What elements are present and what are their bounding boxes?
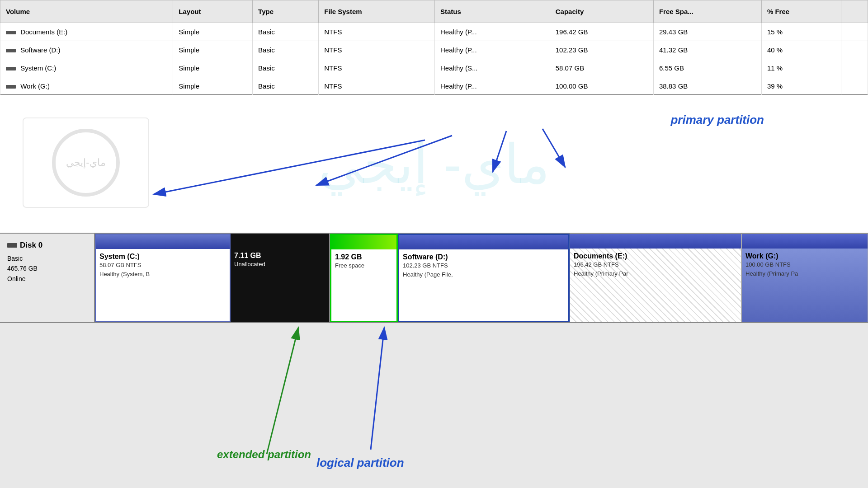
- volume-table: Volume Layout Type File System Status Ca…: [0, 0, 868, 95]
- partition-free-body: 1.92 GB Free space: [331, 249, 396, 321]
- watermark-box: ماي-إيجي: [23, 117, 149, 208]
- partition-unalloc-header: [231, 234, 329, 248]
- col-type[interactable]: Type: [253, 0, 319, 23]
- table-row[interactable]: Documents (E:) Simple Basic NTFS Healthy…: [0, 23, 868, 41]
- bottom-arrows-svg: [0, 323, 868, 488]
- partitions-container: System (C:) 58.07 GB NTFS Healthy (Syste…: [95, 234, 868, 322]
- partition-documents[interactable]: Documents (E:) 196.42 GB NTFS Healthy (P…: [570, 234, 741, 322]
- cell-type: Basic: [253, 77, 319, 95]
- cell-extra: [841, 23, 868, 41]
- cell-extra: [841, 59, 868, 77]
- partition-software-body: Software (D:) 102.23 GB NTFS Healthy (Pa…: [399, 249, 568, 321]
- extended-partition-label: extended partition: [217, 448, 311, 461]
- volume-table-section: Volume Layout Type File System Status Ca…: [0, 0, 868, 95]
- col-percentfree[interactable]: % Free: [761, 0, 841, 23]
- svg-line-8: [371, 328, 384, 450]
- cell-filesystem: NTFS: [319, 23, 435, 41]
- svg-line-2: [316, 136, 452, 185]
- partition-software-size: 102.23 GB NTFS: [403, 261, 565, 270]
- cell-status: Healthy (P...: [435, 23, 550, 41]
- cell-capacity: 196.42 GB: [550, 23, 653, 41]
- cell-layout: Simple: [173, 41, 253, 59]
- partition-free-header: [331, 235, 396, 249]
- disk-row: Disk 0 Basic 465.76 GB Online System (C:…: [0, 233, 868, 323]
- partition-unallocated[interactable]: 7.11 GB Unallocated: [231, 234, 330, 322]
- cell-extra: [841, 77, 868, 95]
- cell-capacity: 100.00 GB: [550, 77, 653, 95]
- cell-layout: Simple: [173, 23, 253, 41]
- bottom-section: Disk 0 Basic 465.76 GB Online System (C:…: [0, 233, 868, 488]
- disk-icon: [7, 243, 17, 248]
- disk-type: Basic: [7, 253, 87, 263]
- partition-software[interactable]: Software (D:) 102.23 GB NTFS Healthy (Pa…: [398, 234, 570, 322]
- svg-line-7: [267, 328, 298, 454]
- partition-free-size: 1.92 GB: [335, 253, 393, 261]
- partition-system-header: [96, 235, 230, 249]
- col-layout[interactable]: Layout: [173, 0, 253, 23]
- partition-software-status: Healthy (Page File,: [403, 270, 565, 279]
- col-capacity[interactable]: Capacity: [550, 0, 653, 23]
- partition-documents-name: Documents (E:): [574, 252, 737, 260]
- cell-type: Basic: [253, 59, 319, 77]
- partition-free-status: Free space: [335, 261, 393, 270]
- disk-label: Disk 0: [7, 241, 87, 250]
- annotation-section: extended partition logical partition: [0, 323, 868, 488]
- partition-system[interactable]: System (C:) 58.07 GB NTFS Healthy (Syste…: [95, 234, 231, 322]
- partition-work[interactable]: Work (G:) 100.00 GB NTFS Healthy (Primar…: [741, 234, 868, 322]
- partition-software-header: [399, 235, 568, 249]
- partition-work-header: [742, 234, 868, 249]
- table-row[interactable]: Work (G:) Simple Basic NTFS Healthy (P..…: [0, 77, 868, 95]
- cell-freespace: 38.83 GB: [653, 77, 761, 95]
- col-volume[interactable]: Volume: [0, 0, 173, 23]
- disk-details: Basic 465.76 GB Online: [7, 253, 87, 284]
- disk-status: Online: [7, 274, 87, 284]
- cell-percentfree: 40 %: [761, 41, 841, 59]
- col-extra: [841, 0, 868, 23]
- partition-software-name: Software (D:): [403, 253, 565, 261]
- cell-extra: [841, 41, 868, 59]
- disk-size: 465.76 GB: [7, 263, 87, 273]
- cell-status: Healthy (P...: [435, 41, 550, 59]
- cell-freespace: 6.55 GB: [653, 59, 761, 77]
- partition-free[interactable]: 1.92 GB Free space: [330, 234, 398, 322]
- svg-line-1: [542, 129, 565, 167]
- partition-system-name: System (C:): [99, 253, 226, 261]
- svg-line-0: [493, 131, 506, 172]
- cell-volume: Documents (E:): [0, 23, 173, 41]
- col-freespace[interactable]: Free Spa...: [653, 0, 761, 23]
- cell-status: Healthy (S...: [435, 59, 550, 77]
- bg-watermark: ماي- إيجي: [318, 132, 549, 195]
- cell-layout: Simple: [173, 77, 253, 95]
- col-filesystem[interactable]: File System: [319, 0, 435, 23]
- partition-work-size: 100.00 GB NTFS: [745, 260, 864, 269]
- cell-freespace: 41.32 GB: [653, 41, 761, 59]
- col-status[interactable]: Status: [435, 0, 550, 23]
- cell-filesystem: NTFS: [319, 59, 435, 77]
- partition-documents-header: [570, 234, 741, 249]
- cell-percentfree: 11 %: [761, 59, 841, 77]
- logical-partition-label: logical partition: [316, 456, 404, 470]
- partition-work-body: Work (G:) 100.00 GB NTFS Healthy (Primar…: [742, 249, 868, 322]
- partition-work-status: Healthy (Primary Pa: [745, 269, 864, 278]
- cell-capacity: 58.07 GB: [550, 59, 653, 77]
- cell-status: Healthy (P...: [435, 77, 550, 95]
- cell-percentfree: 39 %: [761, 77, 841, 95]
- svg-line-3: [154, 140, 425, 194]
- partition-work-name: Work (G:): [745, 252, 864, 260]
- watermark-logo: ماي-إيجي: [66, 157, 105, 169]
- primary-partition-label: primary partition: [670, 113, 764, 127]
- partition-unalloc-body: 7.11 GB Unallocated: [231, 248, 329, 322]
- partition-unalloc-status: Unallocated: [234, 260, 326, 269]
- watermark-circle: ماي-إيجي: [52, 129, 120, 197]
- table-row[interactable]: System (C:) Simple Basic NTFS Healthy (S…: [0, 59, 868, 77]
- cell-filesystem: NTFS: [319, 41, 435, 59]
- partition-system-status: Healthy (System, B: [99, 270, 226, 279]
- partition-system-size: 58.07 GB NTFS: [99, 261, 226, 270]
- table-row[interactable]: Software (D:) Simple Basic NTFS Healthy …: [0, 41, 868, 59]
- middle-section: ماي-إيجي ماي- إيجي primary partition: [0, 95, 868, 233]
- cell-layout: Simple: [173, 59, 253, 77]
- cell-volume: System (C:): [0, 59, 173, 77]
- partition-documents-status: Healthy (Primary Par: [574, 269, 737, 278]
- cell-volume: Work (G:): [0, 77, 173, 95]
- cell-type: Basic: [253, 41, 319, 59]
